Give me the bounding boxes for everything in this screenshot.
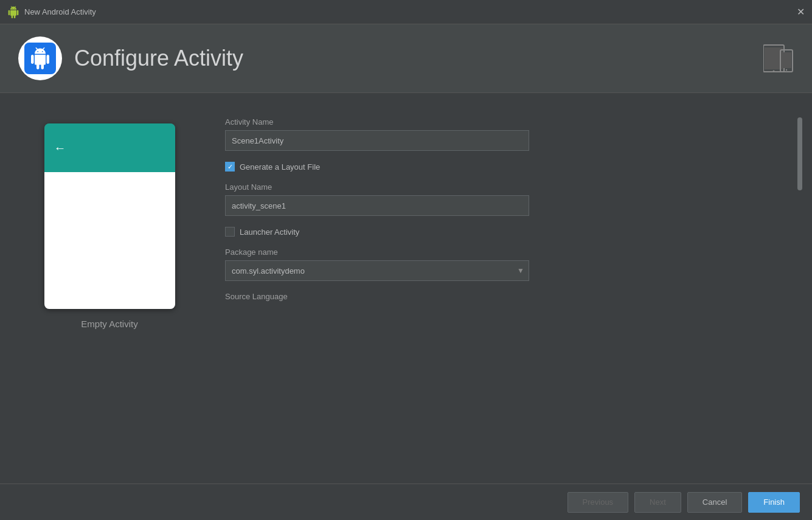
cancel-button[interactable]: Cancel xyxy=(687,492,742,513)
svg-rect-4 xyxy=(782,52,791,68)
launcher-activity-label: Launcher Activity xyxy=(240,227,299,237)
phone-header-bar: ← xyxy=(44,123,175,172)
header-logo xyxy=(18,36,62,80)
source-language-group: Source Language xyxy=(225,292,794,301)
device-icons xyxy=(763,43,794,74)
page-title: Configure Activity xyxy=(74,46,243,71)
checkmark-icon: ✓ xyxy=(227,164,233,170)
scrollbar-thumb[interactable] xyxy=(797,117,802,190)
package-name-wrapper: com.syl.activitydemo ▼ xyxy=(225,260,529,281)
phone-body xyxy=(44,172,175,309)
android-studio-icon xyxy=(24,43,56,74)
preview-section: ← Empty Activity xyxy=(18,111,201,464)
previous-button[interactable]: Previous xyxy=(567,492,629,513)
android-logo-icon xyxy=(7,6,19,18)
header-section: Configure Activity xyxy=(0,24,812,93)
activity-name-label: Activity Name xyxy=(225,117,794,127)
layout-name-label: Layout Name xyxy=(225,182,794,192)
launcher-activity-checkbox[interactable] xyxy=(225,227,235,237)
source-language-label: Source Language xyxy=(225,292,794,301)
form-section: Activity Name ✓ Generate a Layout File L… xyxy=(225,111,794,464)
header-left: Configure Activity xyxy=(18,36,243,80)
package-name-select[interactable]: com.syl.activitydemo xyxy=(225,260,529,281)
package-name-group: Package name com.syl.activitydemo ▼ xyxy=(225,248,794,281)
scrollbar-track[interactable] xyxy=(797,111,803,464)
package-name-label: Package name xyxy=(225,248,794,257)
close-icon[interactable]: ✕ xyxy=(797,7,805,17)
main-content: ← Empty Activity Activity Name ✓ Generat… xyxy=(0,93,812,482)
layout-name-group: Layout Name xyxy=(225,182,794,216)
generate-layout-label: Generate a Layout File xyxy=(240,162,320,172)
finish-button[interactable]: Finish xyxy=(748,492,800,513)
back-arrow-icon: ← xyxy=(54,141,66,155)
launcher-activity-row[interactable]: Launcher Activity xyxy=(225,227,794,237)
next-button[interactable]: Next xyxy=(634,492,681,513)
title-bar: New Android Activity ✕ xyxy=(0,0,812,24)
svg-point-2 xyxy=(773,71,775,72)
activity-name-group: Activity Name xyxy=(225,117,794,151)
phone-mockup: ← xyxy=(44,123,175,309)
generate-layout-row[interactable]: ✓ Generate a Layout File xyxy=(225,162,794,172)
generate-layout-checkbox[interactable]: ✓ xyxy=(225,162,235,172)
preview-label: Empty Activity xyxy=(81,319,137,329)
svg-point-5 xyxy=(786,69,787,71)
layout-name-input[interactable] xyxy=(225,195,529,216)
title-bar-text: New Android Activity xyxy=(24,7,797,16)
activity-name-input[interactable] xyxy=(225,130,529,151)
footer: Previous Next Cancel Finish xyxy=(0,484,812,520)
